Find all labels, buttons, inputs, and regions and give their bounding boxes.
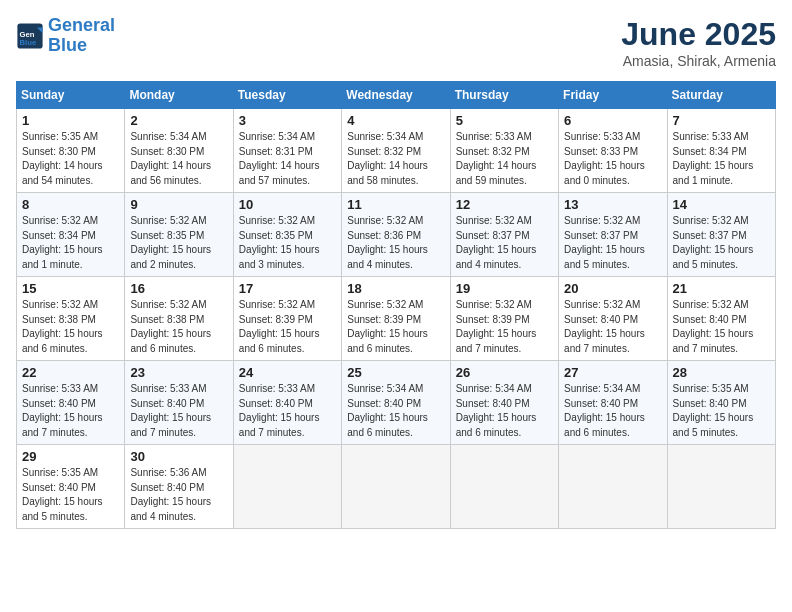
- day-info: Sunrise: 5:32 AMSunset: 8:37 PMDaylight:…: [456, 215, 537, 270]
- day-number: 29: [22, 449, 119, 464]
- day-number: 6: [564, 113, 661, 128]
- day-info: Sunrise: 5:32 AMSunset: 8:38 PMDaylight:…: [130, 299, 211, 354]
- calendar-day-cell: 9 Sunrise: 5:32 AMSunset: 8:35 PMDayligh…: [125, 193, 233, 277]
- day-number: 28: [673, 365, 770, 380]
- day-number: 17: [239, 281, 336, 296]
- day-number: 13: [564, 197, 661, 212]
- day-of-week-header: Saturday: [667, 82, 775, 109]
- calendar-day-cell: 16 Sunrise: 5:32 AMSunset: 8:38 PMDaylig…: [125, 277, 233, 361]
- day-number: 1: [22, 113, 119, 128]
- day-info: Sunrise: 5:34 AMSunset: 8:40 PMDaylight:…: [564, 383, 645, 438]
- day-number: 12: [456, 197, 553, 212]
- title-area: June 2025 Amasia, Shirak, Armenia: [621, 16, 776, 69]
- day-number: 7: [673, 113, 770, 128]
- day-of-week-header: Wednesday: [342, 82, 450, 109]
- calendar-day-cell: 21 Sunrise: 5:32 AMSunset: 8:40 PMDaylig…: [667, 277, 775, 361]
- calendar-week-row: 8 Sunrise: 5:32 AMSunset: 8:34 PMDayligh…: [17, 193, 776, 277]
- calendar-day-cell: 28 Sunrise: 5:35 AMSunset: 8:40 PMDaylig…: [667, 361, 775, 445]
- calendar-day-cell: [667, 445, 775, 529]
- calendar-title: June 2025: [621, 16, 776, 53]
- day-number: 14: [673, 197, 770, 212]
- day-info: Sunrise: 5:32 AMSunset: 8:35 PMDaylight:…: [130, 215, 211, 270]
- day-info: Sunrise: 5:32 AMSunset: 8:39 PMDaylight:…: [239, 299, 320, 354]
- day-number: 20: [564, 281, 661, 296]
- calendar-week-row: 1 Sunrise: 5:35 AMSunset: 8:30 PMDayligh…: [17, 109, 776, 193]
- day-info: Sunrise: 5:32 AMSunset: 8:37 PMDaylight:…: [673, 215, 754, 270]
- calendar-day-cell: 17 Sunrise: 5:32 AMSunset: 8:39 PMDaylig…: [233, 277, 341, 361]
- day-info: Sunrise: 5:36 AMSunset: 8:40 PMDaylight:…: [130, 467, 211, 522]
- day-number: 27: [564, 365, 661, 380]
- day-info: Sunrise: 5:32 AMSunset: 8:40 PMDaylight:…: [564, 299, 645, 354]
- logo: Gen Blue GeneralBlue: [16, 16, 115, 56]
- calendar-day-cell: 3 Sunrise: 5:34 AMSunset: 8:31 PMDayligh…: [233, 109, 341, 193]
- calendar-day-cell: 11 Sunrise: 5:32 AMSunset: 8:36 PMDaylig…: [342, 193, 450, 277]
- day-number: 3: [239, 113, 336, 128]
- calendar-day-cell: 20 Sunrise: 5:32 AMSunset: 8:40 PMDaylig…: [559, 277, 667, 361]
- day-number: 30: [130, 449, 227, 464]
- calendar-day-cell: 5 Sunrise: 5:33 AMSunset: 8:32 PMDayligh…: [450, 109, 558, 193]
- day-info: Sunrise: 5:33 AMSunset: 8:34 PMDaylight:…: [673, 131, 754, 186]
- calendar-day-cell: 27 Sunrise: 5:34 AMSunset: 8:40 PMDaylig…: [559, 361, 667, 445]
- day-number: 21: [673, 281, 770, 296]
- calendar-day-cell: 1 Sunrise: 5:35 AMSunset: 8:30 PMDayligh…: [17, 109, 125, 193]
- calendar-week-row: 22 Sunrise: 5:33 AMSunset: 8:40 PMDaylig…: [17, 361, 776, 445]
- calendar-day-cell: 26 Sunrise: 5:34 AMSunset: 8:40 PMDaylig…: [450, 361, 558, 445]
- calendar-day-cell: 13 Sunrise: 5:32 AMSunset: 8:37 PMDaylig…: [559, 193, 667, 277]
- day-info: Sunrise: 5:34 AMSunset: 8:40 PMDaylight:…: [456, 383, 537, 438]
- day-number: 2: [130, 113, 227, 128]
- calendar-day-cell: 14 Sunrise: 5:32 AMSunset: 8:37 PMDaylig…: [667, 193, 775, 277]
- day-of-week-header: Tuesday: [233, 82, 341, 109]
- calendar-day-cell: 8 Sunrise: 5:32 AMSunset: 8:34 PMDayligh…: [17, 193, 125, 277]
- calendar-day-cell: [342, 445, 450, 529]
- calendar-header-row: SundayMondayTuesdayWednesdayThursdayFrid…: [17, 82, 776, 109]
- day-number: 9: [130, 197, 227, 212]
- calendar-day-cell: 19 Sunrise: 5:32 AMSunset: 8:39 PMDaylig…: [450, 277, 558, 361]
- day-number: 19: [456, 281, 553, 296]
- day-number: 24: [239, 365, 336, 380]
- svg-text:Blue: Blue: [20, 38, 37, 47]
- day-info: Sunrise: 5:33 AMSunset: 8:40 PMDaylight:…: [22, 383, 103, 438]
- day-info: Sunrise: 5:32 AMSunset: 8:34 PMDaylight:…: [22, 215, 103, 270]
- day-info: Sunrise: 5:35 AMSunset: 8:30 PMDaylight:…: [22, 131, 103, 186]
- calendar-subtitle: Amasia, Shirak, Armenia: [621, 53, 776, 69]
- day-of-week-header: Monday: [125, 82, 233, 109]
- calendar-day-cell: 23 Sunrise: 5:33 AMSunset: 8:40 PMDaylig…: [125, 361, 233, 445]
- day-info: Sunrise: 5:34 AMSunset: 8:30 PMDaylight:…: [130, 131, 211, 186]
- day-info: Sunrise: 5:34 AMSunset: 8:32 PMDaylight:…: [347, 131, 428, 186]
- day-number: 25: [347, 365, 444, 380]
- day-number: 26: [456, 365, 553, 380]
- day-info: Sunrise: 5:32 AMSunset: 8:39 PMDaylight:…: [456, 299, 537, 354]
- day-number: 23: [130, 365, 227, 380]
- day-info: Sunrise: 5:35 AMSunset: 8:40 PMDaylight:…: [673, 383, 754, 438]
- calendar-day-cell: 15 Sunrise: 5:32 AMSunset: 8:38 PMDaylig…: [17, 277, 125, 361]
- day-info: Sunrise: 5:33 AMSunset: 8:32 PMDaylight:…: [456, 131, 537, 186]
- day-info: Sunrise: 5:35 AMSunset: 8:40 PMDaylight:…: [22, 467, 103, 522]
- calendar-day-cell: 7 Sunrise: 5:33 AMSunset: 8:34 PMDayligh…: [667, 109, 775, 193]
- calendar-day-cell: 24 Sunrise: 5:33 AMSunset: 8:40 PMDaylig…: [233, 361, 341, 445]
- day-info: Sunrise: 5:33 AMSunset: 8:33 PMDaylight:…: [564, 131, 645, 186]
- day-info: Sunrise: 5:32 AMSunset: 8:35 PMDaylight:…: [239, 215, 320, 270]
- day-info: Sunrise: 5:34 AMSunset: 8:31 PMDaylight:…: [239, 131, 320, 186]
- day-of-week-header: Friday: [559, 82, 667, 109]
- calendar-day-cell: 29 Sunrise: 5:35 AMSunset: 8:40 PMDaylig…: [17, 445, 125, 529]
- day-number: 8: [22, 197, 119, 212]
- calendar-day-cell: 10 Sunrise: 5:32 AMSunset: 8:35 PMDaylig…: [233, 193, 341, 277]
- day-number: 16: [130, 281, 227, 296]
- calendar-day-cell: [233, 445, 341, 529]
- day-info: Sunrise: 5:32 AMSunset: 8:36 PMDaylight:…: [347, 215, 428, 270]
- calendar-day-cell: 30 Sunrise: 5:36 AMSunset: 8:40 PMDaylig…: [125, 445, 233, 529]
- day-number: 11: [347, 197, 444, 212]
- day-number: 10: [239, 197, 336, 212]
- calendar-day-cell: 4 Sunrise: 5:34 AMSunset: 8:32 PMDayligh…: [342, 109, 450, 193]
- calendar-day-cell: 2 Sunrise: 5:34 AMSunset: 8:30 PMDayligh…: [125, 109, 233, 193]
- calendar-week-row: 29 Sunrise: 5:35 AMSunset: 8:40 PMDaylig…: [17, 445, 776, 529]
- day-info: Sunrise: 5:32 AMSunset: 8:40 PMDaylight:…: [673, 299, 754, 354]
- calendar-week-row: 15 Sunrise: 5:32 AMSunset: 8:38 PMDaylig…: [17, 277, 776, 361]
- calendar-table: SundayMondayTuesdayWednesdayThursdayFrid…: [16, 81, 776, 529]
- day-number: 22: [22, 365, 119, 380]
- page-header: Gen Blue GeneralBlue June 2025 Amasia, S…: [16, 16, 776, 69]
- day-info: Sunrise: 5:33 AMSunset: 8:40 PMDaylight:…: [239, 383, 320, 438]
- calendar-day-cell: 6 Sunrise: 5:33 AMSunset: 8:33 PMDayligh…: [559, 109, 667, 193]
- calendar-day-cell: [450, 445, 558, 529]
- calendar-day-cell: 12 Sunrise: 5:32 AMSunset: 8:37 PMDaylig…: [450, 193, 558, 277]
